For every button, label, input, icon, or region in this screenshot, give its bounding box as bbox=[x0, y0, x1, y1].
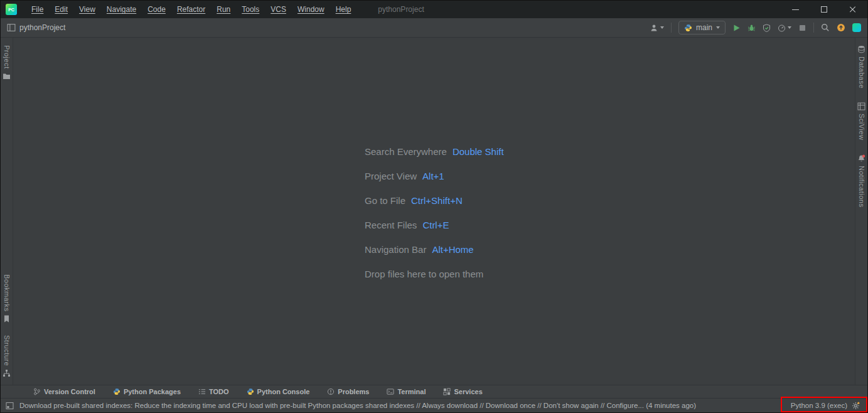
hint-label: Drop files here to open them bbox=[365, 268, 483, 292]
hint-shortcut: Alt+Home bbox=[432, 244, 473, 268]
hint-shortcut: Double Shift bbox=[453, 146, 504, 170]
window-controls bbox=[781, 1, 867, 18]
stop-button[interactable] bbox=[798, 24, 806, 32]
hint-label: Project View bbox=[365, 170, 417, 195]
project-tool-icon bbox=[7, 23, 16, 32]
tool-button-label: TODO bbox=[209, 388, 229, 395]
tool-button-python-packages[interactable]: Python Packages bbox=[113, 388, 181, 395]
menu-item-file[interactable]: File bbox=[26, 5, 49, 14]
hint-label: Search Everywhere bbox=[365, 146, 447, 170]
debug-button[interactable] bbox=[747, 24, 756, 32]
sidebar-item-notifications[interactable]: Notifications bbox=[857, 154, 865, 207]
interpreter-settings-icon[interactable] bbox=[852, 402, 860, 410]
todo-icon bbox=[198, 388, 206, 395]
shortcut-hints: Search Everywhere Double Shift Project V… bbox=[365, 146, 504, 292]
tool-button-version-control[interactable]: Version Control bbox=[33, 388, 95, 395]
tool-button-python-console[interactable]: Python Console bbox=[247, 388, 310, 395]
chevron-down-icon bbox=[660, 26, 664, 29]
run-with-coverage-button[interactable] bbox=[763, 24, 771, 32]
tool-button-todo[interactable]: TODO bbox=[198, 388, 229, 395]
update-available-button[interactable] bbox=[837, 23, 845, 32]
profiler-button[interactable] bbox=[778, 24, 791, 32]
tool-button-problems[interactable]: Problems bbox=[327, 388, 369, 395]
menu-item-tools[interactable]: Tools bbox=[236, 5, 265, 14]
menu-item-refactor[interactable]: Refactor bbox=[171, 5, 211, 14]
menu-item-window[interactable]: Window bbox=[292, 5, 330, 14]
status-bar: Download pre-built shared indexes: Reduc… bbox=[1, 398, 867, 412]
hint-row: Drop files here to open them bbox=[365, 268, 504, 292]
sidebar-item-project[interactable]: Project bbox=[3, 45, 11, 80]
close-button[interactable] bbox=[839, 1, 867, 18]
python-icon bbox=[113, 388, 121, 395]
structure-icon bbox=[3, 369, 11, 377]
search-everywhere-button[interactable] bbox=[821, 23, 830, 32]
main-area: Project Bookmarks Structure bbox=[1, 38, 867, 385]
run-config-name: main bbox=[696, 23, 712, 32]
project-breadcrumb[interactable]: pythonProject bbox=[19, 23, 65, 32]
bookmarks-stripe-label: Bookmarks bbox=[3, 274, 11, 312]
hint-shortcut: Alt+1 bbox=[422, 170, 444, 195]
problems-icon bbox=[327, 388, 335, 395]
hint-label: Navigation Bar bbox=[365, 244, 426, 268]
sidebar-item-sciview[interactable]: SciView bbox=[857, 102, 865, 140]
main-toolbar: pythonProject main bbox=[1, 18, 867, 38]
tool-button-terminal[interactable]: Terminal bbox=[387, 388, 426, 395]
learn-ide-button[interactable] bbox=[852, 23, 861, 32]
status-message[interactable]: Download pre-built shared indexes: Reduc… bbox=[19, 402, 696, 409]
hint-row: Search Everywhere Double Shift bbox=[365, 146, 504, 170]
run-button[interactable] bbox=[732, 24, 741, 32]
notifications-icon bbox=[857, 154, 865, 163]
code-with-me-button[interactable] bbox=[650, 24, 664, 32]
pycharm-window: PC File Edit View Navigate Code Refactor… bbox=[0, 0, 868, 413]
terminal-icon bbox=[387, 388, 394, 395]
close-icon bbox=[849, 6, 857, 13]
chevron-down-icon bbox=[788, 26, 791, 29]
hint-label: Go to File bbox=[365, 195, 405, 219]
hint-shortcut: Ctrl+E bbox=[422, 219, 449, 244]
sidebar-item-bookmarks[interactable]: Bookmarks bbox=[3, 274, 11, 323]
python-icon bbox=[247, 388, 254, 395]
chevron-down-icon bbox=[716, 26, 720, 29]
hint-row: Recent Files Ctrl+E bbox=[365, 219, 504, 244]
tool-button-label: Terminal bbox=[397, 388, 426, 395]
sidebar-item-database[interactable]: Database bbox=[857, 45, 865, 88]
notifications-stripe-label: Notifications bbox=[858, 166, 865, 207]
menu-item-vcs[interactable]: VCS bbox=[265, 5, 292, 14]
tool-button-services[interactable]: Services bbox=[443, 388, 482, 395]
code-with-me-icon bbox=[650, 24, 658, 32]
menu-item-help[interactable]: Help bbox=[330, 5, 357, 14]
maximize-icon bbox=[821, 6, 827, 13]
hint-row: Navigation Bar Alt+Home bbox=[365, 244, 504, 268]
menu-item-navigate[interactable]: Navigate bbox=[101, 5, 142, 14]
menu-item-run[interactable]: Run bbox=[211, 5, 236, 14]
toolbar-separator bbox=[813, 23, 814, 33]
left-tool-stripe: Project Bookmarks Structure bbox=[1, 38, 13, 385]
run-config-selector[interactable]: main bbox=[678, 21, 726, 35]
database-stripe-label: Database bbox=[858, 56, 865, 88]
menu-item-edit[interactable]: Edit bbox=[49, 5, 73, 14]
menu-item-code[interactable]: Code bbox=[142, 5, 171, 14]
menu-item-view[interactable]: View bbox=[73, 5, 101, 14]
interpreter-widget[interactable]: Python 3.9 (exec) bbox=[791, 402, 847, 409]
toolbar-separator bbox=[671, 23, 672, 33]
python-icon bbox=[684, 24, 692, 32]
bookmark-icon bbox=[3, 315, 10, 323]
maximize-button[interactable] bbox=[810, 1, 839, 18]
services-icon bbox=[443, 388, 451, 395]
version-control-icon bbox=[33, 388, 41, 395]
tool-window-switcher-icon[interactable] bbox=[6, 402, 14, 410]
structure-stripe-label: Structure bbox=[3, 335, 11, 366]
tool-button-label: Services bbox=[454, 388, 482, 395]
pycharm-logo-icon: PC bbox=[6, 4, 17, 15]
minimize-icon bbox=[792, 9, 799, 10]
hint-shortcut: Ctrl+Shift+N bbox=[411, 195, 463, 219]
minimize-button[interactable] bbox=[781, 1, 810, 18]
tool-button-label: Version Control bbox=[44, 388, 95, 395]
right-tool-stripe: Database SciView Notifications bbox=[855, 38, 867, 385]
tool-button-label: Python Console bbox=[257, 388, 310, 395]
tool-button-label: Python Packages bbox=[124, 388, 181, 395]
menu-bar: File Edit View Navigate Code Refactor Ru… bbox=[26, 1, 356, 18]
title-bar: PC File Edit View Navigate Code Refactor… bbox=[1, 1, 867, 18]
hint-row: Go to File Ctrl+Shift+N bbox=[365, 195, 504, 219]
sidebar-item-structure[interactable]: Structure bbox=[3, 335, 11, 377]
